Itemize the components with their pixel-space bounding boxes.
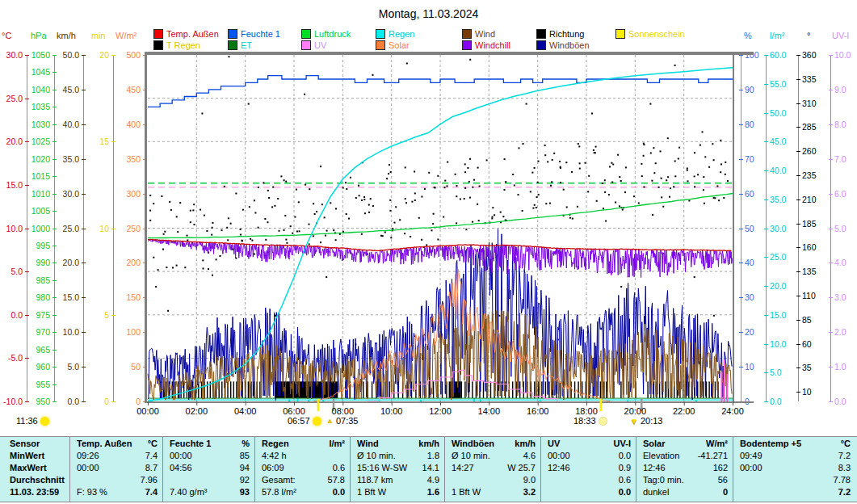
cell-value: -41.271 [698,450,728,462]
cell-value: 7.78 [834,474,851,486]
row-label: MinWert [6,450,44,462]
cell-info: 118.7 km [357,474,393,486]
cell-info: 06:09 [262,462,284,474]
table-col-row-labels: SensorMinWertMaxWertDurchschnitt11.03. 2… [0,437,69,502]
day-length: 11:36 [16,416,49,426]
time-label-02:00: 02:00 [180,406,212,416]
table-col-windb-en: Windböenkm/hØ 10 min.4.614:27W 25.79.01 … [444,437,540,502]
weather-chart-canvas [0,0,857,504]
cell-value: 92 [240,474,250,486]
cell-value: W 25.7 [507,462,536,474]
cell-value: 56 [718,474,728,486]
cell-info: 15:16 W-SW [357,462,407,474]
sun-icon [313,417,321,426]
cell-value: 7.96 [141,474,158,486]
moonrise-time: ▲ 07:35 [326,416,358,426]
time-label-04:00: 04:00 [229,406,262,416]
cell-value: 0.6 [333,462,345,474]
table-col-solar: SolarW/m²Elevation-41.27112:46162Tag:0 m… [636,437,733,502]
sunset-value: 18:33 [573,416,596,426]
table-col-wind: Windkm/hØ 10 min.1.815:16 W-SW14.1118.7 … [350,437,444,502]
row-label: MaxWert [6,462,47,474]
moonset-icon: ▼ [630,417,638,426]
cell-info: 4:42 h [262,450,287,462]
cell-info: 57.8 l/m² [262,486,296,498]
table-col-temp-au-en: Temp. Außen°C09:267.400:008.77.96F: 93 %… [69,437,162,502]
table-col-feuchte-1: Feuchte 1%00:008504:5694927.40 g/m³93 [162,437,254,502]
cell-value: 0.0 [333,486,345,498]
cell-info: 09:26 [77,450,99,462]
time-label-24:00: 24:00 [716,406,749,416]
cell-value: 85 [240,450,250,462]
cell-value: 1.6 [427,486,439,498]
row-label: Sensor [6,438,40,450]
sensor-unit: % [242,438,250,450]
cell-value: 14.1 [422,462,439,474]
cell-info: 00:00 [740,462,762,474]
cell-info: Tag:0 min. [643,474,684,486]
sensor-unit: km/h [418,438,439,450]
cell-info: 14:27 [452,462,474,474]
cell-info: Ø 10 min. [357,450,396,462]
time-label-14:00: 14:00 [473,406,505,416]
time-label-06:00: 06:00 [278,406,310,416]
sensor-name: Wind [357,438,379,450]
cell-value: 7.4 [145,486,158,498]
time-label-18:00: 18:00 [570,406,603,416]
cell-info: 1 Bft W [452,486,481,498]
cell-info: 04:56 [170,462,192,474]
sunrise-time: 06:57 [288,416,321,426]
cell-value: 0.6 [619,474,631,486]
cell-info: 7.40 g/m³ [170,486,207,498]
cell-value: 7.4 [145,450,158,462]
setting-sun-icon [599,417,607,426]
moonset-time: ▼ 20:13 [630,416,662,426]
cell-value: 93 [240,486,250,498]
day-length-value: 11:36 [16,416,38,426]
cell-info: 12:46 [548,462,570,474]
cell-value: 1.8 [427,450,439,462]
time-label-16:00: 16:00 [522,406,554,416]
table-col-regen: Regenl/m²4:42 h06:090.6Gesamt:57.857.8 l… [254,437,350,502]
cell-value: 57.8 [328,474,345,486]
cell-value: 0.0 [619,486,631,498]
sensor-summary-table: SensorMinWertMaxWertDurchschnitt11.03. 2… [0,436,857,502]
moonset-value: 20:13 [641,416,663,426]
time-label-20:00: 20:00 [619,406,651,416]
cell-info: 12:46 [643,462,666,474]
sensor-name: Windböen [452,438,494,450]
sensor-unit: °C [841,438,851,450]
sensor-name: Regen [262,438,289,450]
cell-info: 09:49 [740,450,762,462]
cell-info: dunkel [643,486,669,498]
time-label-08:00: 08:00 [326,406,359,416]
cell-info: 00:00 [548,450,570,462]
sunrise-value: 06:57 [288,416,310,426]
sensor-unit: l/m² [329,438,345,450]
cell-value: 4.6 [523,450,536,462]
cell-value: 7.2 [838,486,851,498]
moonrise-value: 07:35 [336,416,359,426]
sensor-unit: km/h [515,438,536,450]
cell-value: 3.2 [523,486,536,498]
cell-value: 8.3 [838,462,851,474]
cell-value: 0.0 [619,450,631,462]
cell-value: 94 [240,462,250,474]
cell-info: 00:00 [77,462,99,474]
cell-value: 0.9 [619,462,631,474]
time-label-00:00: 00:00 [132,406,164,416]
sensor-name: Feuchte 1 [170,438,211,450]
cell-value: 162 [713,462,728,474]
sensor-unit: UV-I [614,438,631,450]
time-axis-labels: 00:0002:0004:0006:0008:0010:0012:0014:00… [0,406,857,417]
table-col-uv: UVUV-I00:000.012:460.90.60.0 [540,437,636,502]
row-label: Durchschnitt [6,474,65,486]
weather-day-chart-page: Montag, 11.03.2024 Temp. AußenFeuchte 1L… [0,0,857,504]
sensor-unit: °C [148,438,158,450]
sunset-time: 18:33 [573,416,607,426]
sensor-unit: W/m² [706,438,728,450]
sensor-name: Temp. Außen [77,438,132,450]
cell-info: F: 93 % [77,486,107,498]
cell-info: Ø 10 min. [452,450,490,462]
time-label-10:00: 10:00 [376,406,408,416]
